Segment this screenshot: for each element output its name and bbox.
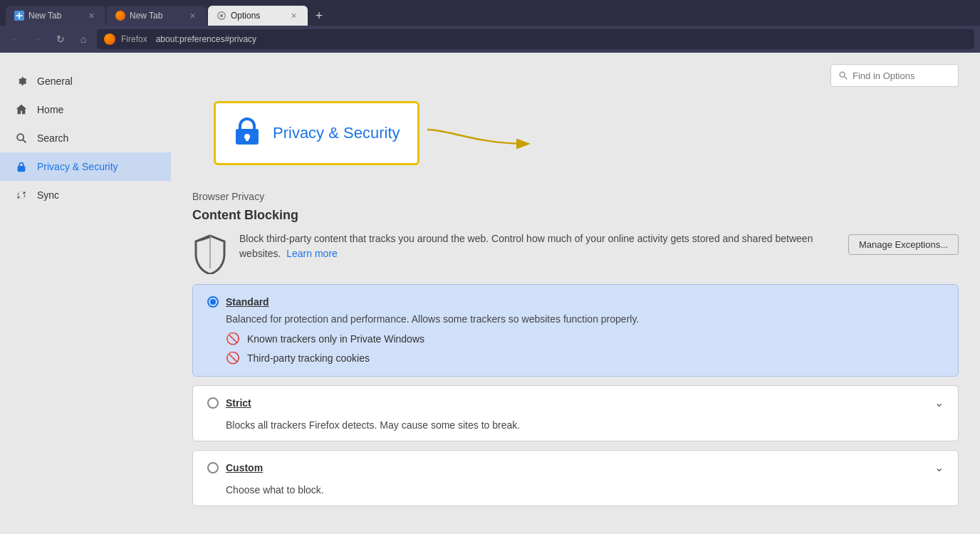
strict-desc: Blocks all trackers Firefox detects. May…: [193, 419, 958, 441]
manage-exceptions-button[interactable]: Manage Exceptions...: [848, 234, 959, 255]
svg-line-4: [23, 140, 26, 142]
sidebar-label-search: Search: [37, 132, 68, 144]
new-tab-icon: [14, 11, 24, 21]
svg-point-2: [220, 14, 223, 17]
sync-icon: [14, 188, 28, 202]
new-tab-button[interactable]: +: [309, 6, 329, 26]
custom-option[interactable]: Custom ⌄ Choose what to block.: [192, 450, 959, 506]
strict-left: Strict: [207, 397, 251, 409]
content-blocking-section: Block third-party content that tracks yo…: [192, 231, 959, 270]
address-bar[interactable]: Firefox about:preferences#privacy: [97, 29, 974, 49]
sidebar-label-sync: Sync: [37, 189, 59, 201]
main-container: General Home Search Privacy & Security S…: [0, 53, 980, 534]
sidebar-label-home: Home: [37, 104, 63, 115]
tab-2-title: New Tab: [130, 11, 182, 21]
tracker-2-icon: 🚫: [226, 351, 240, 365]
url-display: about:preferences#privacy: [156, 34, 967, 44]
nav-bar: ← → ↻ ⌂ Firefox about:preferences#privac…: [0, 26, 980, 53]
sidebar-item-search[interactable]: Search: [0, 124, 171, 152]
lock-icon: [14, 159, 28, 174]
svg-point-3: [17, 134, 24, 140]
custom-radio[interactable]: [207, 462, 219, 473]
tab-2[interactable]: New Tab ✕: [107, 6, 207, 26]
options-icon-tab3: [217, 11, 226, 21]
page-title-callout: Privacy & Security: [214, 101, 419, 165]
home-icon: [14, 103, 28, 117]
back-button[interactable]: ←: [6, 30, 24, 48]
tracker-1-label: Known trackers only in Private Windows: [247, 333, 424, 345]
search-icon: [14, 131, 28, 145]
content-area: Privacy & Security Browser Privacy Conte…: [171, 53, 980, 534]
page-title: Privacy & Security: [273, 124, 400, 142]
firefox-logo: [104, 33, 115, 45]
tab-bar: New Tab ✕ New Tab ✕ Options ✕ +: [0, 0, 980, 26]
find-search-icon: [838, 70, 848, 80]
browser-chrome: New Tab ✕ New Tab ✕ Options ✕ + ← → ↻ ⌂ …: [0, 0, 980, 53]
custom-desc: Choose what to block.: [193, 484, 958, 506]
sidebar-label-general: General: [37, 75, 73, 87]
firefox-icon-tab2: [115, 11, 125, 21]
tracker-item-1: 🚫 Known trackers only in Private Windows: [226, 332, 944, 345]
sidebar: General Home Search Privacy & Security S…: [0, 53, 171, 534]
content-blocking-text: Block third-party content that tracks yo…: [239, 231, 837, 261]
home-button[interactable]: ⌂: [74, 30, 93, 48]
tab-1[interactable]: New Tab ✕: [6, 6, 105, 26]
standard-desc: Balanced for protection and performance.…: [226, 313, 944, 325]
find-in-options-input[interactable]: [853, 70, 951, 81]
sidebar-item-sync[interactable]: Sync: [0, 181, 171, 209]
sidebar-item-general[interactable]: General: [0, 67, 171, 95]
title-callout-wrapper: Privacy & Security: [192, 94, 441, 179]
forward-button[interactable]: →: [28, 30, 47, 48]
custom-left: Custom: [207, 462, 263, 473]
tab-3-close[interactable]: ✕: [288, 10, 299, 21]
url-prefix: Firefox: [121, 34, 147, 44]
tab-1-title: New Tab: [28, 11, 81, 21]
svg-rect-10: [246, 137, 249, 141]
tracker-item-2: 🚫 Third-party tracking cookies: [226, 351, 944, 365]
browser-privacy-label: Browser Privacy: [192, 191, 959, 202]
custom-header[interactable]: Custom ⌄: [193, 451, 958, 484]
tracker-2-label: Third-party tracking cookies: [247, 352, 370, 364]
gear-icon: [14, 74, 28, 88]
strict-label: Strict: [226, 397, 251, 409]
find-in-options-bar[interactable]: [830, 64, 959, 87]
sidebar-label-privacy: Privacy & Security: [37, 161, 118, 172]
shield-icon: [192, 234, 228, 270]
standard-radio[interactable]: [207, 296, 219, 308]
sidebar-item-home[interactable]: Home: [0, 95, 171, 124]
custom-chevron[interactable]: ⌄: [934, 461, 944, 474]
standard-header: Standard: [207, 296, 944, 308]
sidebar-item-privacy[interactable]: Privacy & Security: [0, 152, 171, 181]
custom-label: Custom: [226, 462, 263, 473]
section-content: Browser Privacy Content Blocking Block t…: [171, 191, 980, 529]
strict-option[interactable]: Strict ⌄ Blocks all trackers Firefox det…: [192, 385, 959, 441]
learn-more-link[interactable]: Learn more: [286, 248, 338, 259]
refresh-button[interactable]: ↻: [51, 30, 70, 48]
tab-2-close[interactable]: ✕: [187, 10, 198, 21]
arrow-annotation: [420, 108, 534, 151]
strict-header[interactable]: Strict ⌄: [193, 386, 958, 419]
page-lock-icon: [233, 115, 261, 152]
svg-rect-5: [18, 166, 26, 172]
tracker-1-icon: 🚫: [226, 332, 240, 345]
tab-3[interactable]: Options ✕: [208, 6, 308, 26]
strict-radio[interactable]: [207, 397, 219, 409]
content-blocking-title: Content Blocking: [192, 208, 959, 223]
content-header: [171, 53, 980, 94]
svg-line-7: [845, 77, 848, 80]
standard-label: Standard: [226, 296, 269, 308]
tab-3-title: Options: [231, 11, 283, 21]
strict-chevron[interactable]: ⌄: [934, 396, 944, 409]
svg-point-6: [840, 72, 845, 77]
standard-option[interactable]: Standard Balanced for protection and per…: [192, 284, 959, 377]
tab-1-close[interactable]: ✕: [85, 10, 97, 21]
